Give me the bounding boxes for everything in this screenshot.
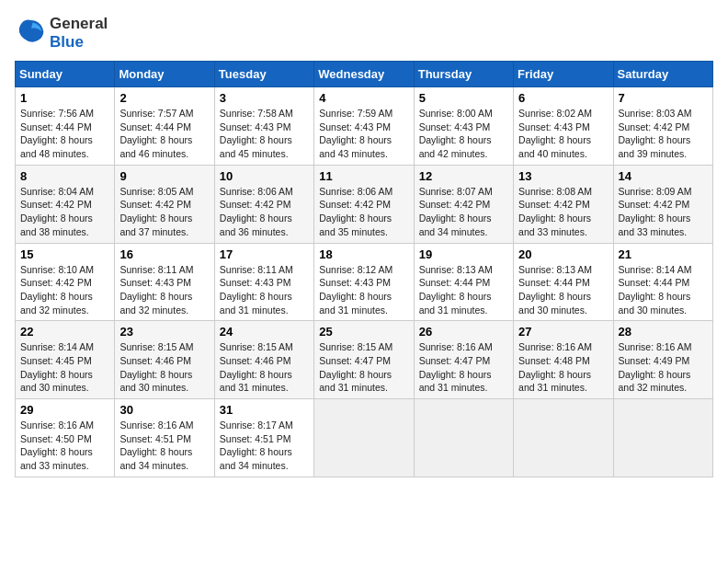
calendar-cell: 12 Sunrise: 8:07 AM Sunset: 4:42 PM Dayl… [414, 165, 513, 243]
day-number: 7 [619, 91, 708, 105]
col-header-saturday: Saturday [613, 62, 712, 87]
day-number: 15 [20, 247, 109, 261]
week-row-3: 15 Sunrise: 8:10 AM Sunset: 4:42 PM Dayl… [16, 243, 713, 321]
day-info: Sunrise: 8:16 AM Sunset: 4:50 PM Dayligh… [20, 419, 109, 473]
calendar-cell: 8 Sunrise: 8:04 AM Sunset: 4:42 PM Dayli… [16, 165, 115, 243]
day-info: Sunrise: 8:16 AM Sunset: 4:49 PM Dayligh… [619, 340, 708, 395]
day-number: 6 [518, 91, 608, 105]
day-info: Sunrise: 8:15 AM Sunset: 4:47 PM Dayligh… [319, 340, 408, 395]
col-header-monday: Monday [115, 62, 214, 87]
calendar-table: SundayMondayTuesdayWednesdayThursdayFrid… [15, 61, 713, 477]
day-number: 29 [20, 403, 109, 417]
day-info: Sunrise: 8:03 AM Sunset: 4:42 PM Dayligh… [619, 107, 708, 161]
day-number: 12 [419, 169, 508, 183]
calendar-cell: 5 Sunrise: 8:00 AM Sunset: 4:43 PM Dayli… [414, 87, 513, 166]
calendar-cell: 1 Sunrise: 7:56 AM Sunset: 4:44 PM Dayli… [16, 87, 115, 166]
col-header-thursday: Thursday [414, 62, 513, 87]
logo: General Blue [15, 15, 108, 52]
calendar-cell [314, 399, 414, 477]
day-number: 21 [619, 247, 708, 261]
day-info: Sunrise: 8:04 AM Sunset: 4:42 PM Dayligh… [20, 185, 109, 239]
day-info: Sunrise: 8:08 AM Sunset: 4:42 PM Dayligh… [518, 185, 608, 239]
day-number: 28 [619, 325, 708, 339]
calendar-cell: 30 Sunrise: 8:16 AM Sunset: 4:51 PM Dayl… [115, 399, 214, 477]
calendar-cell: 16 Sunrise: 8:11 AM Sunset: 4:43 PM Dayl… [115, 243, 214, 321]
week-row-1: 1 Sunrise: 7:56 AM Sunset: 4:44 PM Dayli… [16, 87, 713, 166]
calendar-cell: 23 Sunrise: 8:15 AM Sunset: 4:46 PM Dayl… [115, 321, 214, 399]
day-number: 31 [220, 403, 309, 417]
day-number: 13 [518, 169, 608, 183]
day-number: 16 [119, 247, 209, 261]
day-number: 25 [319, 325, 408, 339]
calendar-cell: 4 Sunrise: 7:59 AM Sunset: 4:43 PM Dayli… [314, 87, 414, 166]
day-info: Sunrise: 8:14 AM Sunset: 4:44 PM Dayligh… [619, 263, 708, 317]
day-number: 5 [419, 91, 508, 105]
calendar-cell: 15 Sunrise: 8:10 AM Sunset: 4:42 PM Dayl… [16, 243, 115, 321]
day-number: 17 [220, 247, 309, 261]
day-number: 19 [419, 247, 508, 261]
day-info: Sunrise: 8:11 AM Sunset: 4:43 PM Dayligh… [119, 263, 209, 317]
day-info: Sunrise: 8:09 AM Sunset: 4:42 PM Dayligh… [619, 185, 708, 239]
col-header-sunday: Sunday [16, 62, 115, 87]
logo-icon [17, 17, 46, 46]
calendar-cell: 31 Sunrise: 8:17 AM Sunset: 4:51 PM Dayl… [214, 399, 313, 477]
calendar-cell [514, 399, 613, 477]
day-info: Sunrise: 8:16 AM Sunset: 4:51 PM Dayligh… [119, 419, 209, 473]
col-header-tuesday: Tuesday [214, 62, 313, 87]
day-info: Sunrise: 8:15 AM Sunset: 4:46 PM Dayligh… [119, 340, 209, 395]
calendar-cell: 20 Sunrise: 8:13 AM Sunset: 4:44 PM Dayl… [514, 243, 613, 321]
calendar-cell: 19 Sunrise: 8:13 AM Sunset: 4:44 PM Dayl… [414, 243, 513, 321]
day-number: 11 [319, 169, 408, 183]
calendar-cell: 28 Sunrise: 8:16 AM Sunset: 4:49 PM Dayl… [613, 321, 712, 399]
calendar-cell: 9 Sunrise: 8:05 AM Sunset: 4:42 PM Dayli… [115, 165, 214, 243]
calendar-cell: 25 Sunrise: 8:15 AM Sunset: 4:47 PM Dayl… [314, 321, 414, 399]
calendar-cell: 2 Sunrise: 7:57 AM Sunset: 4:44 PM Dayli… [115, 87, 214, 166]
calendar-cell: 6 Sunrise: 8:02 AM Sunset: 4:43 PM Dayli… [514, 87, 613, 166]
week-row-5: 29 Sunrise: 8:16 AM Sunset: 4:50 PM Dayl… [16, 399, 713, 477]
day-number: 18 [319, 247, 408, 261]
day-info: Sunrise: 8:10 AM Sunset: 4:42 PM Dayligh… [20, 263, 109, 317]
day-info: Sunrise: 8:12 AM Sunset: 4:43 PM Dayligh… [319, 263, 408, 317]
day-number: 10 [220, 169, 309, 183]
day-info: Sunrise: 8:13 AM Sunset: 4:44 PM Dayligh… [419, 263, 508, 317]
calendar-cell [613, 399, 712, 477]
day-info: Sunrise: 8:13 AM Sunset: 4:44 PM Dayligh… [518, 263, 608, 317]
calendar-cell: 14 Sunrise: 8:09 AM Sunset: 4:42 PM Dayl… [613, 165, 712, 243]
day-info: Sunrise: 8:06 AM Sunset: 4:42 PM Dayligh… [319, 185, 408, 239]
day-number: 3 [220, 91, 309, 105]
day-number: 30 [119, 403, 209, 417]
day-info: Sunrise: 8:11 AM Sunset: 4:43 PM Dayligh… [220, 263, 309, 317]
day-number: 23 [119, 325, 209, 339]
logo-blue-text: Blue [50, 33, 108, 52]
day-info: Sunrise: 7:57 AM Sunset: 4:44 PM Dayligh… [119, 107, 209, 161]
calendar-cell: 18 Sunrise: 8:12 AM Sunset: 4:43 PM Dayl… [314, 243, 414, 321]
week-row-2: 8 Sunrise: 8:04 AM Sunset: 4:42 PM Dayli… [16, 165, 713, 243]
day-number: 26 [419, 325, 508, 339]
day-number: 9 [119, 169, 209, 183]
calendar-cell: 24 Sunrise: 8:15 AM Sunset: 4:46 PM Dayl… [214, 321, 313, 399]
day-number: 24 [220, 325, 309, 339]
day-number: 1 [20, 91, 109, 105]
calendar-cell: 17 Sunrise: 8:11 AM Sunset: 4:43 PM Dayl… [214, 243, 313, 321]
day-info: Sunrise: 7:56 AM Sunset: 4:44 PM Dayligh… [20, 107, 109, 161]
calendar-cell: 13 Sunrise: 8:08 AM Sunset: 4:42 PM Dayl… [514, 165, 613, 243]
col-header-wednesday: Wednesday [314, 62, 414, 87]
calendar-cell: 11 Sunrise: 8:06 AM Sunset: 4:42 PM Dayl… [314, 165, 414, 243]
calendar-cell: 10 Sunrise: 8:06 AM Sunset: 4:42 PM Dayl… [214, 165, 313, 243]
page-header: General Blue [15, 15, 713, 52]
logo-general-text: General [50, 15, 108, 33]
day-info: Sunrise: 8:07 AM Sunset: 4:42 PM Dayligh… [419, 185, 508, 239]
calendar-cell: 21 Sunrise: 8:14 AM Sunset: 4:44 PM Dayl… [613, 243, 712, 321]
calendar-cell: 3 Sunrise: 7:58 AM Sunset: 4:43 PM Dayli… [214, 87, 313, 166]
day-number: 20 [518, 247, 608, 261]
day-info: Sunrise: 8:16 AM Sunset: 4:47 PM Dayligh… [419, 340, 508, 395]
calendar-header-row: SundayMondayTuesdayWednesdayThursdayFrid… [16, 62, 713, 87]
day-number: 2 [119, 91, 209, 105]
day-number: 22 [20, 325, 109, 339]
calendar-cell: 29 Sunrise: 8:16 AM Sunset: 4:50 PM Dayl… [16, 399, 115, 477]
day-number: 4 [319, 91, 408, 105]
day-info: Sunrise: 8:00 AM Sunset: 4:43 PM Dayligh… [419, 107, 508, 161]
day-number: 27 [518, 325, 608, 339]
day-number: 14 [619, 169, 708, 183]
day-number: 8 [20, 169, 109, 183]
